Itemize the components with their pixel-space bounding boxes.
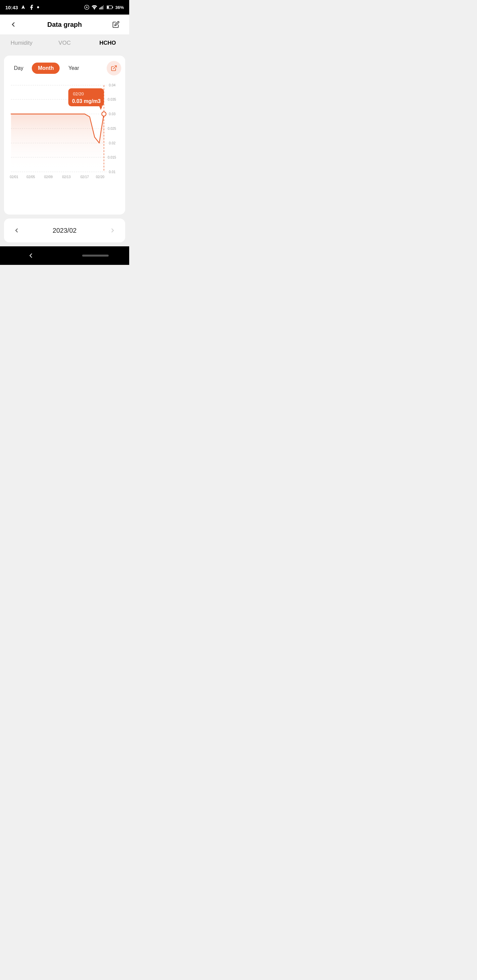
status-bar: 10:43 36% xyxy=(0,0,129,14)
y-label-003: 0.03 xyxy=(109,112,116,116)
svg-rect-9 xyxy=(107,6,108,9)
y-label-0015: 0.015 xyxy=(108,156,116,159)
main-content: Day Month Year xyxy=(0,52,129,246)
period-toggle: Day Month Year xyxy=(8,61,121,75)
y-label-0025: 0.025 xyxy=(108,127,116,130)
y-label-001: 0.01 xyxy=(109,170,116,174)
x-label-0201: 02/01 xyxy=(10,175,19,179)
x-label-0220: 02/20 xyxy=(96,175,104,179)
battery-level: 36% xyxy=(115,5,124,10)
tooltip-value: 0.03 mg/m3 xyxy=(72,98,101,104)
back-button[interactable] xyxy=(6,18,20,31)
svg-rect-10 xyxy=(112,6,113,8)
app-header: Data graph xyxy=(0,14,129,35)
svg-rect-7 xyxy=(103,5,104,10)
status-left: 10:43 xyxy=(5,4,39,10)
svg-rect-6 xyxy=(102,6,102,10)
year-button[interactable]: Year xyxy=(62,62,85,74)
chart-wrapper: 0.04 0.035 0.03 0.025 0.02 0.015 0.01 xyxy=(8,82,121,189)
y-label-0035: 0.035 xyxy=(108,98,116,101)
date-nav-label: 2023/02 xyxy=(53,227,77,234)
x-label-0205: 02/05 xyxy=(27,175,35,179)
data-point xyxy=(102,112,106,116)
notification-dot xyxy=(37,6,39,8)
battery-icon xyxy=(107,5,113,9)
svg-rect-5 xyxy=(101,7,101,9)
home-indicator[interactable] xyxy=(82,255,108,256)
tooltip-date: 02/20 xyxy=(73,91,84,96)
page-title: Data graph xyxy=(47,21,82,29)
status-right: 36% xyxy=(84,5,124,10)
chart-card: Day Month Year xyxy=(4,56,125,215)
y-label-004: 0.04 xyxy=(109,83,116,87)
svg-line-11 xyxy=(113,66,116,69)
tab-bar: Humidity VOC HCHO xyxy=(0,35,129,52)
tab-hcho[interactable]: HCHO xyxy=(86,35,129,52)
facebook-icon xyxy=(29,4,34,10)
day-button[interactable]: Day xyxy=(8,62,29,74)
bottom-nav xyxy=(0,246,129,265)
tooltip-arrow xyxy=(99,106,102,110)
chart-area-fill xyxy=(11,114,104,172)
tab-voc[interactable]: VOC xyxy=(43,35,86,52)
wifi-icon xyxy=(91,5,97,10)
x-label-0217: 02/17 xyxy=(80,175,89,179)
date-nav-card: 2023/02 xyxy=(4,218,125,242)
svg-rect-4 xyxy=(99,8,100,10)
prev-date-button[interactable] xyxy=(11,224,22,236)
back-nav-button[interactable] xyxy=(21,249,41,262)
expand-button[interactable] xyxy=(107,61,121,75)
y-label-002: 0.02 xyxy=(109,142,116,145)
next-date-button[interactable] xyxy=(107,224,119,236)
edit-button[interactable] xyxy=(109,18,123,31)
signal-icon xyxy=(99,5,105,10)
month-button[interactable]: Month xyxy=(32,62,60,74)
chart-svg: 0.04 0.035 0.03 0.025 0.02 0.015 0.01 xyxy=(8,82,121,188)
navigation-icon xyxy=(21,5,26,10)
plus-circle-icon xyxy=(84,5,89,10)
x-label-0209: 02/09 xyxy=(44,175,53,179)
status-time: 10:43 xyxy=(5,5,18,10)
x-label-0213: 02/13 xyxy=(62,175,71,179)
tab-humidity[interactable]: Humidity xyxy=(0,35,43,52)
